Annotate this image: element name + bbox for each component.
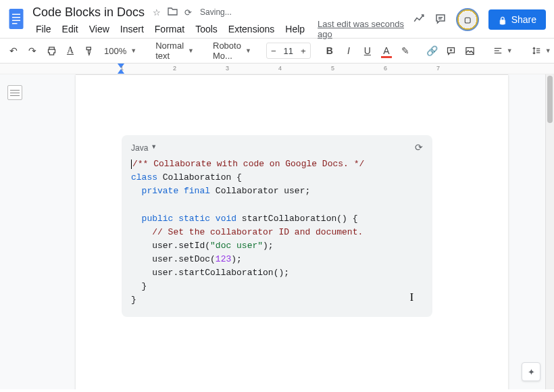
scrollbar-thumb[interactable] [547,76,553,123]
saving-status: Saving... [200,7,232,17]
meet-avatar[interactable]: ▢ [456,8,479,31]
redo-button[interactable]: ↷ [24,42,41,59]
activity-icon[interactable] [413,13,425,27]
ruler-tick: 2 [173,65,176,72]
undo-button[interactable]: ↶ [5,42,22,59]
code-text: ); [231,254,242,264]
caret-icon: ▼ [188,47,194,54]
code-comment: // Set the collaborator ID and document. [152,227,363,237]
document-page[interactable]: Java ▼ ⟳ /** Collaborate with code on Go… [76,74,508,389]
code-doc-comment: /** Collaborate with code on Google Docs… [132,159,364,169]
print-button[interactable] [43,42,59,59]
code-language-dropdown[interactable]: Java ▼ [131,143,157,153]
code-text: Collaboration { [157,172,242,182]
page-border [76,74,508,75]
code-brace: } [142,281,147,291]
underline-button[interactable]: U [359,42,376,59]
workspace: Java ▼ ⟳ /** Collaborate with code on Go… [0,74,554,389]
zoom-value: 100% [104,46,126,56]
code-string: "doc user" [210,241,263,251]
svg-rect-0 [9,9,24,29]
caret-icon: ▼ [151,143,157,153]
font-dropdown[interactable]: Roboto Mo...▼ [209,42,255,59]
ruler-tick: 4 [278,65,282,72]
code-number: 123 [216,254,231,264]
comment-history-icon[interactable] [434,13,447,27]
docs-logo[interactable] [5,5,27,32]
toolbar: ↶ ↷ A 100%▼ Normal text▼ Roboto Mo...▼ −… [0,38,554,64]
menu-file[interactable]: File [31,22,56,36]
document-title[interactable]: Code Blocks in Docs [30,5,147,20]
move-icon[interactable] [168,7,178,18]
menu-extensions[interactable]: Extensions [224,22,279,36]
last-edit-link[interactable]: Last edit was seconds ago [318,19,413,39]
refresh-icon[interactable]: ⟳ [415,142,423,153]
menu-edit[interactable]: Edit [57,22,83,36]
zoom-dropdown[interactable]: 100%▼ [100,42,141,59]
style-value: Normal text [155,41,184,61]
code-brace: } [131,295,136,305]
cloud-status-icon[interactable]: ⟳ [184,7,192,18]
caret-icon: ▼ [507,47,513,54]
code-text: Collaborator user; [210,186,310,196]
svg-rect-4 [12,23,18,24]
highlight-button[interactable]: ✎ [397,42,413,59]
menu-help[interactable]: Help [280,22,309,36]
code-keyword: class [131,172,157,182]
code-text: user.setDoc( [152,254,216,264]
menu-insert[interactable]: Insert [116,22,149,36]
font-value: Roboto Mo... [213,41,241,61]
lock-icon [498,14,507,25]
italic-button[interactable]: I [341,42,357,59]
share-label: Share [511,14,536,25]
font-size-value[interactable]: 11 [280,46,297,56]
code-keyword: public static void [142,214,236,224]
spellcheck-button[interactable]: A [62,42,78,59]
caret-icon: ▼ [130,47,136,54]
code-keyword: private final [142,186,210,196]
font-size-decrease[interactable]: − [267,43,280,58]
svg-rect-3 [12,20,20,22]
add-comment-button[interactable] [443,42,459,59]
text-cursor [131,160,132,169]
vertical-scrollbar[interactable] [545,74,554,389]
code-text: ); [263,241,274,251]
share-button[interactable]: Share [488,9,546,30]
font-size-increase[interactable]: + [297,43,310,58]
ruler-tick: 3 [226,65,229,72]
svg-rect-1 [12,14,20,16]
left-sidebar [0,74,30,389]
header-right: ▢ Share [413,4,546,31]
code-text: startCollaboration() { [236,214,357,224]
code-body[interactable]: /** Collaborate with code on Google Docs… [131,157,423,308]
font-size-stepper: − 11 + [266,43,311,59]
code-block[interactable]: Java ▼ ⟳ /** Collaborate with code on Go… [122,135,432,317]
indent-marker-bottom[interactable] [118,69,124,74]
ruler-tick: 5 [331,65,334,72]
svg-rect-2 [12,17,20,18]
horizontal-ruler[interactable]: 1 2 3 4 5 6 7 [0,64,554,74]
outline-toggle-button[interactable] [7,85,22,100]
menu-tools[interactable]: Tools [191,22,222,36]
code-text: user.startCollaboration(); [152,268,289,278]
code-language-label: Java [131,143,148,153]
star-icon[interactable]: ☆ [153,7,161,18]
link-button[interactable]: 🔗 [424,42,440,59]
line-spacing-dropdown[interactable]: ▼ [528,42,554,59]
align-dropdown[interactable]: ▼ [489,42,517,59]
menu-view[interactable]: View [84,22,114,36]
insert-image-button[interactable] [462,42,478,59]
bold-button[interactable]: B [322,42,338,59]
caret-icon: ▼ [245,47,251,54]
ibeam-cursor-icon: I [410,291,413,303]
style-dropdown[interactable]: Normal text▼ [151,42,198,59]
ruler-tick: 7 [436,65,440,72]
paint-format-button[interactable] [81,42,97,59]
explore-button[interactable]: ✦ [522,362,540,381]
ruler-tick: 6 [384,65,387,72]
app-header: Code Blocks in Docs ☆ ⟳ Saving... File E… [0,0,554,38]
page-scroll-area[interactable]: Java ▼ ⟳ /** Collaborate with code on Go… [30,74,554,389]
menu-format[interactable]: Format [150,22,189,36]
text-color-button[interactable]: A [378,42,395,59]
menu-bar: File Edit View Insert Format Tools Exten… [30,20,413,38]
